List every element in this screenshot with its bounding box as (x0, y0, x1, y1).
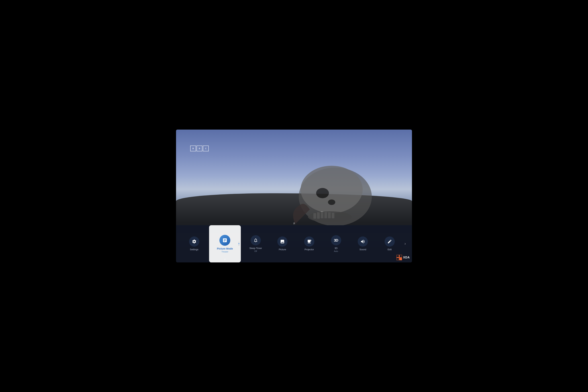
menu-bar: Settings Picture Mode Theater ∨ (176, 225, 412, 262)
settings-label: Settings (190, 248, 198, 251)
dots-indicator (238, 242, 239, 246)
menu-item-sound[interactable]: Sound (349, 225, 376, 262)
svg-rect-14 (396, 258, 399, 260)
settings-icon (189, 236, 199, 247)
skull-illustration (270, 160, 400, 233)
picture-mode-label: Picture Mode (217, 247, 233, 250)
bbc-logo: B B C (190, 146, 209, 151)
tv-background: B B C ∧ Settings (176, 130, 412, 262)
sleep-timer-icon (251, 235, 261, 245)
sound-label: Sound (359, 248, 366, 251)
3d-sublabel: Auto (334, 250, 338, 252)
menu-item-3d[interactable]: 3D 3D Auto (323, 225, 350, 262)
sleep-timer-label: Sleep Timer (249, 247, 262, 250)
sleep-timer-sublabel: Off (254, 250, 257, 252)
edit-icon (384, 236, 395, 247)
dot-3 (238, 245, 239, 246)
picture-mode-icon (220, 235, 230, 246)
xda-logo-icon (396, 255, 402, 260)
menu-item-sleep-timer[interactable]: Sleep Timer Off (242, 225, 269, 262)
svg-rect-13 (400, 255, 402, 257)
edit-label: Edit (388, 248, 392, 251)
chevron-down-icon[interactable]: ∨ (224, 258, 226, 260)
svg-point-10 (308, 211, 352, 222)
xda-watermark: XDA (396, 255, 410, 260)
projector-icon (304, 236, 314, 247)
menu-item-picture-mode[interactable]: Picture Mode Theater ∨ (209, 225, 241, 262)
projector-label: Projector (304, 248, 314, 251)
dot-1 (238, 242, 239, 243)
bbc-box-b1: B (190, 146, 196, 151)
menu-item-settings[interactable]: Settings (181, 225, 208, 262)
picture-label: Picture (279, 248, 286, 251)
picture-icon (277, 236, 288, 247)
nav-arrow-right[interactable]: › (403, 241, 407, 246)
chevron-up-icon[interactable]: ∧ (293, 221, 295, 225)
menu-item-projector[interactable]: Projector (296, 225, 323, 262)
bbc-box-b2: B (196, 146, 202, 151)
svg-point-3 (328, 200, 335, 205)
dot-2 (238, 243, 239, 244)
picture-mode-sublabel: Theater (222, 251, 228, 253)
svg-point-2 (316, 188, 329, 198)
svg-rect-11 (396, 255, 399, 257)
tv-frame: B B C ∧ Settings (176, 130, 412, 262)
3d-icon: 3D (331, 235, 341, 245)
menu-item-picture[interactable]: Picture (269, 225, 296, 262)
svg-point-1 (300, 166, 362, 213)
bbc-box-c: C (203, 146, 209, 151)
svg-rect-12 (400, 258, 402, 260)
3d-label: 3D (334, 247, 338, 250)
sound-icon (358, 236, 368, 247)
xda-text: XDA (403, 256, 410, 259)
